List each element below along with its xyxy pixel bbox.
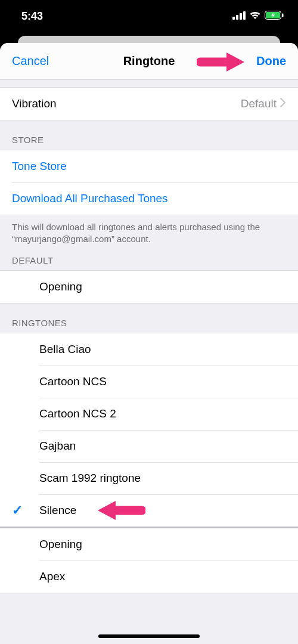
annotation-arrow-done — [197, 51, 246, 73]
svg-rect-6 — [282, 13, 284, 17]
more-row-1[interactable]: Apex — [0, 561, 298, 593]
ringtones-section-header: RINGTONES — [0, 304, 298, 333]
ringtone-row-4[interactable]: Scam 1992 ringtone — [0, 462, 298, 494]
checkmark-icon: ✓ — [12, 503, 23, 518]
vibration-value: Default — [241, 97, 277, 110]
sheet-modal: Cancel Ringtone Done Vibration Default S… — [0, 43, 298, 644]
battery-charging-icon — [265, 10, 284, 23]
vibration-label: Vibration — [12, 97, 57, 110]
ringtone-row-0[interactable]: Bella Ciao — [0, 333, 298, 366]
home-indicator — [98, 634, 200, 638]
nav-bar: Cancel Ringtone Done — [0, 43, 298, 80]
ringtone-label: Silence — [39, 504, 76, 517]
sheet-backdrop — [0, 32, 298, 43]
status-time: 5:43 — [21, 10, 43, 23]
store-group: Tone Store Download All Purchased Tones — [0, 150, 298, 215]
default-tone-label: Opening — [39, 280, 82, 293]
content-area: Vibration Default STORE Tone Store Downl… — [0, 80, 298, 644]
ringtone-row-1[interactable]: Cartoon NCS — [0, 366, 298, 398]
ringtone-row-3[interactable]: Gajban — [0, 430, 298, 462]
download-all-row[interactable]: Download All Purchased Tones — [0, 182, 298, 215]
status-right — [232, 10, 284, 23]
sheet-peek — [18, 36, 280, 43]
ringtone-label: Opening — [39, 538, 82, 551]
ringtone-label: Gajban — [39, 439, 76, 453]
default-section-header: DEFAULT — [0, 253, 298, 270]
default-tone-row[interactable]: Opening — [0, 271, 298, 303]
ringtone-label: Apex — [39, 570, 65, 583]
ringtone-label: Cartoon NCS 2 — [39, 407, 116, 420]
ringtone-label: Scam 1992 ringtone — [39, 472, 141, 485]
tone-store-row[interactable]: Tone Store — [0, 150, 298, 182]
store-footer: This will download all ringtones and ale… — [0, 215, 298, 253]
ringtone-label: Cartoon NCS — [39, 375, 107, 388]
wifi-icon — [249, 10, 261, 23]
vibration-group: Vibration Default — [0, 87, 298, 120]
svg-rect-2 — [240, 13, 242, 20]
chevron-right-icon — [280, 97, 286, 110]
default-group: Opening — [0, 270, 298, 304]
more-ringtones-group: Opening Apex — [0, 528, 298, 593]
vibration-row[interactable]: Vibration Default — [0, 88, 298, 120]
ringtones-group: Bella Ciao Cartoon NCS Cartoon NCS 2 Gaj… — [0, 333, 298, 527]
svg-rect-0 — [232, 17, 235, 20]
cancel-button[interactable]: Cancel — [12, 54, 49, 68]
more-row-0[interactable]: Opening — [0, 528, 298, 561]
svg-rect-3 — [243, 11, 246, 20]
cellular-icon — [232, 10, 246, 23]
svg-rect-1 — [236, 15, 238, 20]
ringtone-label: Bella Ciao — [39, 343, 91, 356]
ringtone-row-2[interactable]: Cartoon NCS 2 — [0, 398, 298, 430]
done-button[interactable]: Done — [256, 54, 286, 68]
annotation-arrow-silence — [97, 500, 145, 521]
status-bar: 5:43 — [0, 0, 298, 32]
ringtone-row-5[interactable]: ✓ Silence — [0, 494, 298, 527]
tone-store-label: Tone Store — [12, 160, 67, 173]
store-section-header: STORE — [0, 120, 298, 150]
download-all-label: Download All Purchased Tones — [12, 192, 168, 205]
